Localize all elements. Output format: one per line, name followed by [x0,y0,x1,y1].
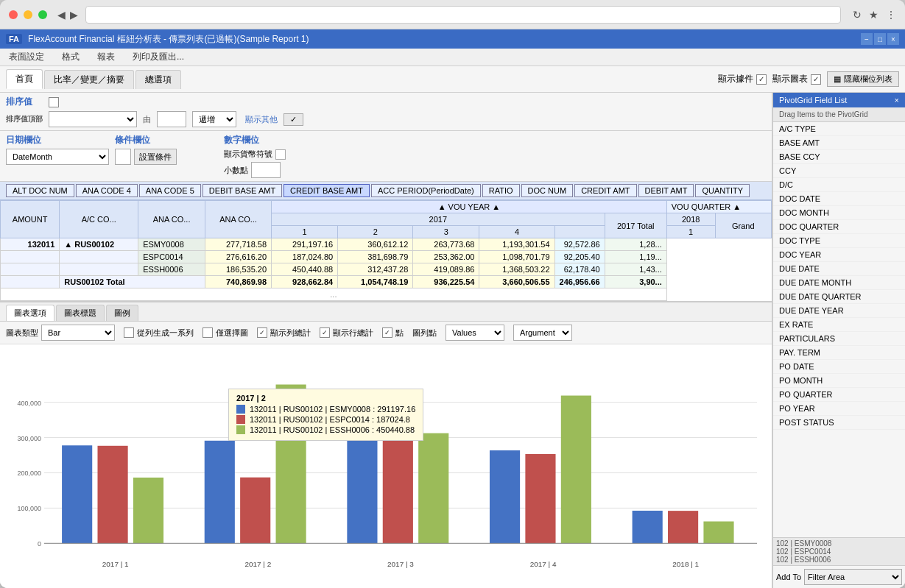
show-other-link[interactable]: 顯示其他 [245,114,278,125]
close-button[interactable] [9,10,18,19]
show-col-total-checkbox[interactable] [257,327,267,338]
vou-quarter-header: VOU QUARTER ▲ [666,201,771,213]
pivot-item-base-amt[interactable]: BASE AMT [773,136,905,150]
search-input[interactable] [85,6,841,24]
pivot-item-base-ccy[interactable]: BASE CCY [773,150,905,164]
bookmark-icon[interactable]: ★ [869,9,878,21]
col-credit-base-amt[interactable]: CREDIT BASE AMT [284,184,370,197]
svg-rect-23 [561,396,591,544]
from-col-checkbox[interactable] [124,327,134,338]
pivot-item-doc-quarter[interactable]: DOC QUARTER [773,220,905,234]
row-q1-4: 740,869.98 [205,276,272,288]
maximize-button[interactable] [38,10,47,19]
show-row-total-checkbox[interactable] [320,327,330,338]
sort-checkbox[interactable] [49,97,59,107]
date-field-select[interactable]: DateMonth [6,149,109,165]
app-minimize[interactable]: − [861,33,873,45]
row-ac-4 [1,276,60,288]
pivot-add-select[interactable]: Filter Area Row Area Column Area Data Ar… [804,569,902,585]
pick-chart-checkbox[interactable] [203,327,213,338]
forward-arrow[interactable]: ▶ [68,9,80,21]
argument-select[interactable]: Argument [513,325,572,341]
col-ana-code-4[interactable]: ANA CODE 4 [76,184,138,197]
pivot-item-po-date[interactable]: PO DATE [773,360,905,374]
point-checkbox[interactable] [382,327,392,338]
date-field-label: 日期欄位 [6,134,109,146]
sort-order-select[interactable]: 遞增 [192,111,236,127]
minimize-button[interactable] [24,10,32,19]
chart-tab-title[interactable]: 圖表標題 [56,305,105,321]
chart-section: 圖表選項 圖表標題 圖例 圖表類型 Bar 從列生成 [0,302,772,588]
pivot-item-doc-month[interactable]: DOC MONTH [773,206,905,220]
from-col-label: 從列生成一系列 [137,327,194,339]
col-acc-period[interactable]: ACC PERIOD(PeriodDate) [371,184,481,197]
tab-home[interactable]: 首頁 [6,69,43,89]
show-row-total-label: 顯示行總計 [333,327,373,339]
pivot-item-due-date-year[interactable]: DUE DATE YEAR [773,304,905,318]
menu-report[interactable]: 報表 [94,49,118,65]
chart-tab-options[interactable]: 圖表選項 [6,305,54,321]
pivot-item-due-date-quarter[interactable]: DUE DATE QUARTER [773,290,905,304]
app-maximize[interactable]: □ [874,33,886,45]
pivot-item-doc-year[interactable]: DOC YEAR [773,248,905,262]
col-ana-code-5[interactable]: ANA CODE 5 [139,184,201,197]
currency-checkbox[interactable] [275,149,286,160]
sort-confirm-button[interactable]: ✓ [284,113,303,126]
refresh-icon[interactable]: ↻ [853,9,862,21]
pivot-item-ccy[interactable]: CCY [773,164,905,178]
sort-num-input[interactable]: 0 [157,111,186,127]
pivot-item-post-status[interactable]: POST STATUS [773,416,905,430]
col-debit-base-amt[interactable]: DEBIT BASE AMT [203,184,282,197]
col-debit-amt[interactable]: DEBIT AMT [638,184,694,197]
sort-label: 排序值 [6,96,43,108]
pivot-item-ex-rate[interactable]: EX RATE [773,318,905,332]
pivot-item-po-year[interactable]: PO YEAR [773,402,905,416]
col-doc-num[interactable]: DOC NUM [521,184,574,197]
col-alt-doc-num[interactable]: ALT DOC NUM [6,184,74,197]
pivot-item-doc-type[interactable]: DOC TYPE [773,234,905,248]
pivot-item-po-quarter[interactable]: PO QUARTER [773,388,905,402]
svg-text:2017 | 3: 2017 | 3 [387,560,414,568]
row-grand-3: 1,43... [605,263,666,276]
tab-options[interactable]: 總選項 [135,70,181,89]
pivot-close-icon[interactable]: × [895,96,899,105]
hide-field-list-button[interactable]: ▦ 隱藏欄位列表 [827,71,899,87]
menu-icon[interactable]: ⋮ [886,9,896,21]
show-widget-label: 顯示據件 [718,73,753,85]
show-chart-toggle: 顯示圖表 [772,73,821,85]
app-close[interactable]: × [887,33,899,45]
pivot-item-due-date-month[interactable]: DUE DATE MONTH [773,276,905,290]
set-condition-button[interactable]: 設置條件 [134,149,177,165]
sort-field-select[interactable] [49,111,137,127]
back-arrow[interactable]: ◀ [56,9,67,21]
table-row: ESPC0014 276,616.20 187,024.80 381,698.7… [1,251,772,263]
dot-group: 圖列點 [412,327,437,339]
row-grand-1: 1,28... [605,238,666,251]
values-select[interactable]: Values [446,325,504,341]
menu-format[interactable]: 格式 [59,49,82,65]
pivot-item-particulars[interactable]: PARTICULARS [773,332,905,346]
pivot-item-due-date[interactable]: DUE DATE [773,262,905,276]
chart-type-select[interactable]: Bar [41,325,115,341]
chart-tab-legend[interactable]: 圖例 [106,305,138,321]
condition-checkbox[interactable] [115,149,131,165]
col-ratio[interactable]: RATIO [482,184,520,197]
row-ana2-2: ESPC0014 [138,251,205,263]
menu-surface[interactable]: 表面設定 [6,49,47,65]
svg-rect-20 [133,478,163,543]
col-quantity[interactable]: QUANTITY [695,184,750,197]
pivot-item-doc-date[interactable]: DOC DATE [773,192,905,206]
menu-print[interactable]: 列印及匯出... [130,49,187,65]
show-chart-checkbox[interactable] [811,74,821,85]
pivot-item-pay-term[interactable]: PAY. TERM [773,346,905,360]
decimal-input[interactable]: 2 [251,162,281,178]
hide-field-list-label: 隱藏欄位列表 [844,74,892,85]
svg-text:200,000: 200,000 [17,470,41,477]
row-grand-2: 1,19... [605,251,666,263]
col-credit-amt[interactable]: CREDIT AMT [574,184,636,197]
pivot-item-ac-type[interactable]: A/C TYPE [773,122,905,136]
tab-ratio[interactable]: 比率／變更／摘要 [44,70,134,89]
pivot-item-po-month[interactable]: PO MONTH [773,374,905,388]
show-widget-checkbox[interactable] [756,74,767,85]
pivot-item-dc[interactable]: D/C [773,178,905,192]
